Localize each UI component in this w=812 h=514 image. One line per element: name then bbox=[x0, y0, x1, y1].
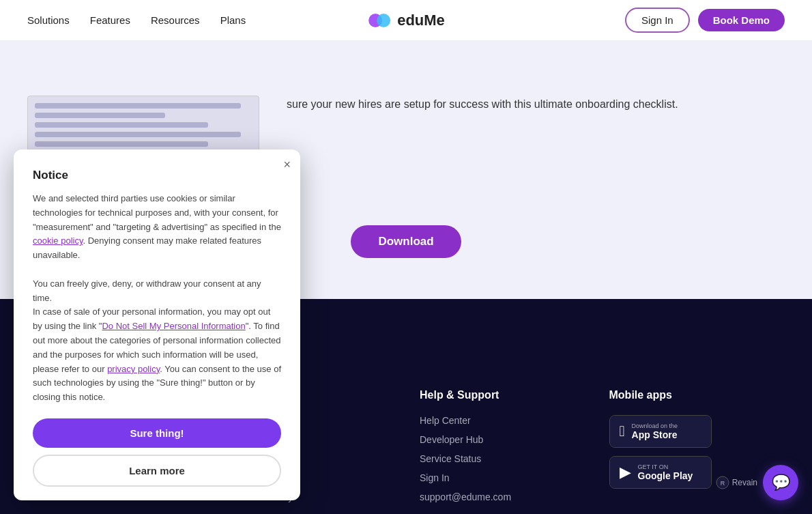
footer-link-developer-hub[interactable]: Developer Hub bbox=[420, 434, 582, 445]
google-play-icon: ▶ bbox=[620, 463, 631, 481]
nav-plans[interactable]: Plans bbox=[220, 14, 246, 26]
top-text: sure your new hires are setup for succes… bbox=[287, 96, 785, 113]
notice-body-3: You can freely give, deny, or withdraw y… bbox=[33, 279, 261, 303]
notice-buttons: Sure thing! Learn more bbox=[33, 418, 281, 487]
notice-body: We and selected third parties use cookie… bbox=[33, 192, 281, 405]
app-store-big-text: App Store bbox=[632, 429, 678, 440]
header-actions: Sign In Book Demo bbox=[625, 8, 785, 33]
svg-text:R: R bbox=[720, 480, 725, 487]
nav-features[interactable]: Features bbox=[90, 14, 130, 26]
google-play-big-text: Google Play bbox=[638, 470, 693, 481]
notice-title: Notice bbox=[33, 169, 281, 182]
google-play-small-text: GET IT ON bbox=[638, 463, 693, 470]
app-store-badge[interactable]:  Download on the App Store bbox=[609, 415, 712, 448]
learn-more-button[interactable]: Learn more bbox=[33, 455, 281, 487]
revain-icon: R bbox=[716, 476, 729, 489]
footer-link-email[interactable]: support@edume.com bbox=[420, 491, 582, 502]
apple-icon:  bbox=[620, 423, 625, 440]
nav-resources[interactable]: Resources bbox=[151, 14, 200, 26]
top-description: sure your new hires are setup for succes… bbox=[287, 96, 785, 113]
logo-text: eduMe bbox=[397, 12, 445, 29]
preview-line bbox=[35, 113, 165, 118]
footer-mobile-title: Mobile apps bbox=[609, 389, 772, 401]
footer-col-support: Help & Support Help Center Developer Hub… bbox=[420, 389, 582, 511]
nav-solutions[interactable]: Solutions bbox=[27, 14, 70, 26]
cookie-policy-link[interactable]: cookie policy bbox=[33, 235, 83, 246]
footer-link-signin[interactable]: Sign In bbox=[420, 472, 582, 483]
footer-link-help-center[interactable]: Help Center bbox=[420, 415, 582, 426]
header: Solutions Features Resources Plans eduMe… bbox=[0, 0, 812, 41]
privacy-policy-link[interactable]: privacy policy bbox=[107, 364, 160, 374]
notice-modal-overlay: Notice × We and selected third parties u… bbox=[0, 136, 314, 514]
logo[interactable]: eduMe bbox=[367, 8, 445, 33]
chat-widget: R Revain 💬 bbox=[716, 465, 798, 500]
notice-close-button[interactable]: × bbox=[283, 158, 291, 172]
preview-line bbox=[35, 103, 241, 109]
sure-thing-button[interactable]: Sure thing! bbox=[33, 418, 281, 448]
book-demo-button[interactable]: Book Demo bbox=[698, 9, 785, 31]
signin-button[interactable]: Sign In bbox=[625, 8, 690, 33]
dnsmpi-link[interactable]: Do Not Sell My Personal Information bbox=[102, 321, 245, 331]
app-store-small-text: Download on the bbox=[632, 423, 678, 429]
notice-modal: Notice × We and selected third parties u… bbox=[14, 149, 300, 500]
footer-link-service-status[interactable]: Service Status bbox=[420, 453, 582, 464]
notice-body-1: We and selected third parties use cookie… bbox=[33, 193, 281, 232]
revain-branding: R Revain bbox=[716, 476, 757, 489]
google-play-badge[interactable]: ▶ GET IT ON Google Play bbox=[609, 456, 712, 489]
chat-icon: 💬 bbox=[772, 474, 790, 491]
svg-point-1 bbox=[377, 14, 390, 27]
footer-support-title: Help & Support bbox=[420, 389, 582, 401]
preview-line bbox=[35, 122, 208, 128]
main-nav: Solutions Features Resources Plans bbox=[27, 14, 246, 26]
revain-label: Revain bbox=[732, 478, 757, 487]
logo-icon bbox=[367, 8, 392, 33]
chat-button[interactable]: 💬 bbox=[763, 465, 798, 500]
download-button[interactable]: Download bbox=[351, 225, 461, 258]
